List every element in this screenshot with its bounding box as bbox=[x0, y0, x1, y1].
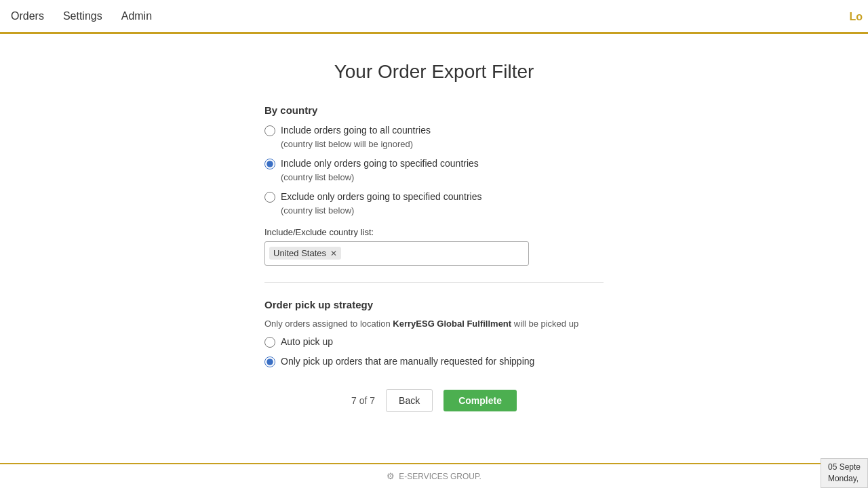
radio-option-exclude-specified[interactable]: Exclude only orders going to specified c… bbox=[264, 190, 604, 217]
radio-exclude-specified[interactable] bbox=[264, 192, 275, 203]
footer-label: E-SERVICES GROUP. bbox=[399, 472, 481, 481]
country-tag-us: United States ✕ bbox=[269, 247, 341, 260]
pickup-strategy-heading: Order pick up strategy bbox=[264, 299, 604, 310]
nav-settings[interactable]: Settings bbox=[63, 10, 102, 22]
page-indicator: 7 of 7 bbox=[351, 395, 375, 406]
section-divider bbox=[264, 282, 604, 283]
radio-manual-pickup[interactable] bbox=[264, 357, 275, 367]
by-country-heading: By country bbox=[264, 104, 604, 116]
complete-button[interactable]: Complete bbox=[443, 390, 517, 411]
pickup-subtext-prefix: Only orders assigned to location bbox=[264, 319, 393, 329]
form-section: By country Include orders going to all c… bbox=[264, 104, 604, 419]
radio-all-countries-label: Include orders going to all countries bbox=[281, 125, 431, 136]
page-footer: ⚙ E-SERVICES GROUP. bbox=[0, 463, 868, 488]
main-content: Your Order Export Filter By country Incl… bbox=[0, 34, 868, 463]
radio-include-specified[interactable] bbox=[264, 159, 275, 169]
by-country-radio-group: Include orders going to all countries (c… bbox=[264, 124, 604, 218]
radio-option-include-specified[interactable]: Include only orders going to specified c… bbox=[264, 157, 604, 184]
footer-nav: 7 of 7 Back Complete bbox=[264, 375, 604, 419]
nav-user: Lo bbox=[849, 0, 868, 34]
radio-option-auto-pickup[interactable]: Auto pick up bbox=[264, 336, 604, 349]
pickup-radio-group: Auto pick up Only pick up orders that ar… bbox=[264, 336, 604, 369]
radio-include-specified-sublabel: (country list below) bbox=[281, 172, 354, 182]
radio-option-manual-pickup[interactable]: Only pick up orders that are manually re… bbox=[264, 355, 604, 369]
date-line2: Monday, bbox=[828, 473, 861, 485]
country-tag-input[interactable]: United States ✕ bbox=[264, 241, 529, 266]
radio-exclude-specified-sublabel: (country list below) bbox=[281, 205, 354, 216]
date-overlay: 05 Septe Monday, bbox=[821, 458, 868, 488]
pickup-location-name: KerryESG Global Fulfillment bbox=[393, 319, 511, 329]
footer-icon: ⚙ bbox=[387, 471, 395, 481]
page-title: Your Order Export Filter bbox=[334, 61, 534, 83]
radio-all-countries[interactable] bbox=[264, 125, 275, 136]
radio-exclude-specified-label: Exclude only orders going to specified c… bbox=[281, 191, 482, 202]
back-button[interactable]: Back bbox=[386, 389, 433, 412]
country-tag-us-label: United States bbox=[273, 248, 326, 258]
radio-include-specified-label: Include only orders going to specified c… bbox=[281, 158, 479, 169]
radio-manual-pickup-label: Only pick up orders that are manually re… bbox=[281, 355, 534, 369]
radio-auto-pickup-label: Auto pick up bbox=[281, 336, 333, 349]
pickup-strategy-subtext: Only orders assigned to location KerryES… bbox=[264, 319, 604, 329]
radio-all-countries-sublabel: (country list below will be ignored) bbox=[281, 139, 413, 149]
pickup-subtext-suffix: will be picked up bbox=[511, 319, 578, 329]
radio-option-all-countries[interactable]: Include orders going to all countries (c… bbox=[264, 124, 604, 150]
country-tag-us-remove[interactable]: ✕ bbox=[330, 249, 337, 258]
date-line1: 05 Septe bbox=[828, 462, 861, 473]
nav-orders[interactable]: Orders bbox=[11, 10, 44, 22]
nav-admin[interactable]: Admin bbox=[121, 10, 152, 22]
country-list-label: Include/Exclude country list: bbox=[264, 227, 604, 237]
top-nav: Orders Settings Admin Lo bbox=[0, 0, 868, 34]
radio-auto-pickup[interactable] bbox=[264, 337, 275, 348]
